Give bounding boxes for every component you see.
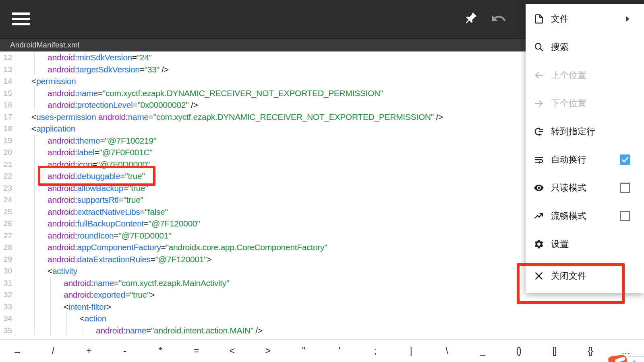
line-number: 16 [0, 99, 15, 111]
menu-item-close-file[interactable]: 关闭文件 [526, 262, 644, 290]
code-line-34[interactable]: 34<action [0, 313, 644, 325]
symbol-key-5[interactable]: * [154, 346, 168, 356]
menu-item-file[interactable]: 文件 [526, 5, 644, 33]
code-text: android:name="android.intent.action.MAIN… [15, 325, 644, 337]
menu-item-smooth-mode[interactable]: 流畅模式 [526, 202, 644, 230]
menu-item-label: 只读模式 [551, 182, 586, 194]
line-number: 30 [0, 265, 15, 277]
indent-guide [34, 253, 35, 265]
read-only-checkbox[interactable] [620, 183, 630, 193]
symbol-key-7[interactable]: < [225, 346, 239, 356]
symbol-key-17[interactable]: {} [583, 346, 597, 356]
line-number: 12 [0, 51, 15, 64]
symbol-key-14[interactable]: _ [476, 346, 489, 356]
indent-guide [34, 170, 35, 182]
indent-guide [50, 289, 51, 301]
indent-guide [50, 325, 51, 337]
line-number: 32 [0, 289, 15, 301]
menu-item-read-only[interactable]: 只读模式 [526, 174, 644, 202]
line-number: 35 [0, 325, 15, 337]
symbol-key-11[interactable]: ; [369, 346, 382, 356]
indent-guide [66, 325, 67, 337]
symbol-key-1[interactable]: → [10, 346, 24, 356]
close-icon [534, 271, 544, 281]
code-line-35[interactable]: 35android:name="android.intent.action.MA… [0, 325, 644, 337]
menu-item-label: 搜索 [551, 41, 569, 53]
symbol-key-6[interactable]: = [189, 346, 203, 356]
arrow-left-icon [534, 70, 544, 80]
menu-item-label: 上个位置 [551, 69, 586, 81]
indent-guide [34, 135, 35, 147]
gear-icon [534, 239, 544, 249]
indent-guide [34, 277, 35, 289]
indent-guide [34, 194, 35, 206]
menu-item-goto-line[interactable]: 转到指定行 [526, 117, 644, 146]
symbol-key-15[interactable]: () [511, 346, 525, 356]
indent-guide [34, 99, 35, 111]
menu-item-settings[interactable]: 设置 [526, 230, 644, 258]
line-number: 33 [0, 301, 15, 313]
menu-item-search[interactable]: 搜索 [526, 33, 644, 61]
indent-guide [34, 265, 35, 277]
indent-guide [83, 325, 83, 337]
symbol-key-12[interactable]: | [404, 346, 418, 356]
symbol-key-2[interactable]: / [46, 346, 60, 356]
menu-item-label: 文件 [551, 13, 569, 25]
symbol-key-8[interactable]: > [261, 346, 275, 356]
line-number: 25 [0, 206, 15, 218]
line-number: 24 [0, 194, 15, 206]
word-wrap-icon [534, 154, 544, 165]
line-number: 13 [0, 64, 15, 76]
smooth-mode-checkbox[interactable] [620, 211, 630, 221]
indent-guide [34, 146, 35, 158]
line-number: 26 [0, 218, 15, 230]
indent-guide [34, 301, 35, 313]
undo-icon[interactable] [491, 10, 507, 27]
symbol-key-10[interactable]: ' [333, 346, 346, 356]
line-number: 29 [0, 253, 15, 265]
pin-icon[interactable] [462, 10, 478, 27]
indent-guide [34, 289, 35, 301]
snipaste-logo: + [609, 354, 630, 362]
symbol-key-bar: →/+-*=<>"';|\_()[]{}… [0, 339, 644, 362]
search-icon [534, 42, 544, 52]
symbol-key-4[interactable]: - [118, 346, 132, 356]
arrow-right-icon [534, 98, 544, 109]
code-line-33[interactable]: 33<intent-filter> [0, 301, 644, 313]
tab-androidmanifest[interactable]: AndroidManifest.xml [10, 39, 79, 51]
menu-item-label: 流畅模式 [551, 210, 586, 222]
indent-guide [66, 313, 67, 325]
line-number: 19 [0, 135, 15, 147]
indent-guide [34, 206, 35, 218]
line-number: 34 [0, 313, 15, 325]
indent-guide [34, 182, 35, 194]
symbol-key-16[interactable]: [] [547, 346, 561, 356]
dropdown-menu: 文件搜索上个位置下个位置转到指定行自动换行只读模式流畅模式设置关闭文件 [526, 4, 644, 293]
menu-item-prev-position[interactable]: 上个位置 [526, 61, 644, 89]
indent-guide [34, 241, 35, 253]
menu-icon[interactable] [12, 12, 30, 25]
indent-guide [34, 51, 35, 64]
submenu-arrow-icon [626, 16, 630, 22]
symbol-key-13[interactable]: \ [440, 346, 454, 356]
indent-guide [34, 230, 35, 242]
word-wrap-checkbox[interactable] [620, 154, 630, 165]
code-text: <intent-filter> [15, 301, 644, 313]
line-number: 15 [0, 87, 15, 99]
menu-item-word-wrap[interactable]: 自动换行 [526, 146, 644, 174]
symbol-key-3[interactable]: + [82, 346, 96, 356]
indent-guide [34, 325, 35, 337]
indent-guide [34, 64, 35, 76]
line-number: 22 [0, 170, 15, 182]
line-number: 23 [0, 182, 15, 194]
goto-line-icon [534, 126, 544, 137]
line-number: 21 [0, 158, 15, 171]
menu-item-label: 转到指定行 [551, 125, 595, 138]
indent-guide [34, 218, 35, 230]
symbol-key-9[interactable]: " [297, 346, 311, 356]
line-number: 27 [0, 230, 15, 242]
line-number: 17 [0, 111, 15, 123]
menu-item-label: 自动换行 [551, 154, 586, 166]
menu-item-next-position[interactable]: 下个位置 [526, 89, 644, 117]
menu-item-label: 关闭文件 [551, 270, 586, 282]
